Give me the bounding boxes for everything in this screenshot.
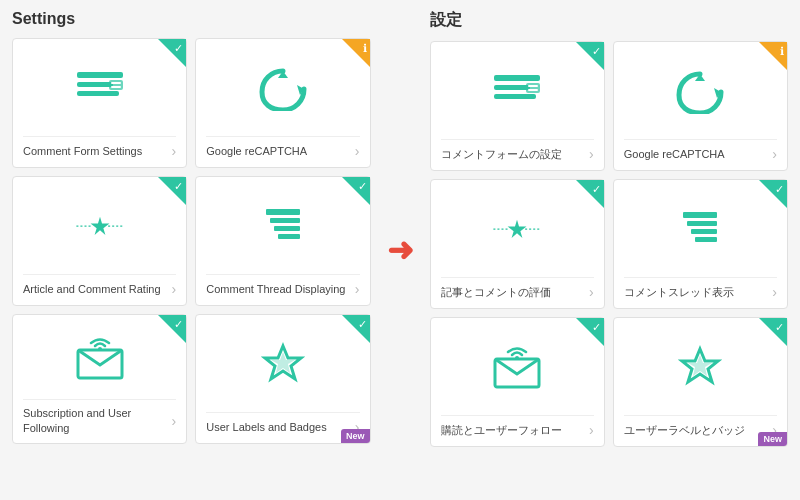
svg-rect-12 (278, 234, 300, 239)
arrow-icon-comment-thread-jp[interactable]: › (772, 284, 777, 300)
card-subscription-jp[interactable]: ✓ 購読とユーザーフォロー › (430, 317, 605, 447)
card-footer-comment-thread: Comment Thread Displaying › (206, 274, 359, 297)
user-labels-jp-icon (673, 345, 727, 390)
svg-rect-4 (111, 82, 121, 84)
arrow-icon-article-rating[interactable]: › (172, 281, 177, 297)
svg-rect-28 (691, 229, 717, 234)
right-panel-title: 設定 (430, 10, 789, 31)
right-arrow-icon: ➜ (387, 231, 414, 269)
card-article-rating[interactable]: ✓ Article and Comment Rating › (12, 176, 187, 306)
svg-rect-3 (109, 80, 123, 90)
svg-rect-17 (494, 75, 540, 81)
card-comment-form-jp[interactable]: ✓ コメントフォームの設定 › (430, 41, 605, 171)
card-subscription[interactable]: ✓ Subscription and User Following › (12, 314, 187, 444)
check-icon-labels: ✓ (358, 318, 367, 331)
card-footer-user-labels-jp: ユーザーラベルとバッジ › (624, 415, 777, 438)
subscription-label: Subscription and User Following (23, 406, 168, 435)
arrow-icon-subscription[interactable]: › (172, 413, 177, 429)
svg-rect-1 (77, 82, 113, 87)
user-labels-icon-area (256, 327, 310, 402)
comment-form-icon-area (73, 51, 127, 126)
svg-rect-20 (526, 83, 540, 93)
user-labels-label: User Labels and Badges (206, 420, 351, 434)
svg-marker-7 (90, 217, 109, 235)
card-footer-comment-form-jp: コメントフォームの設定 › (441, 139, 594, 162)
card-recaptcha-left[interactable]: ℹ Google reCAPTCHA › (195, 38, 370, 168)
comment-form-jp-icon (490, 69, 544, 114)
subscription-icon (73, 336, 127, 381)
check-icon-jp3: ✓ (592, 183, 601, 196)
subscription-jp-label: 購読とユーザーフォロー (441, 423, 586, 437)
check-icon-article: ✓ (174, 180, 183, 193)
comment-thread-jp-label: コメントスレッド表示 (624, 285, 769, 299)
article-rating-icon (73, 204, 127, 249)
svg-rect-27 (687, 221, 717, 226)
arrow-icon-comment-form[interactable]: › (172, 143, 177, 159)
left-panel-title: Settings (12, 10, 371, 28)
check-icon-thread: ✓ (358, 180, 367, 193)
comment-thread-label: Comment Thread Displaying (206, 282, 351, 296)
right-panel: 設定 ✓ コメントフォームの設定 (418, 0, 801, 500)
user-labels-icon (256, 342, 310, 387)
arrow-icon-article-rating-jp[interactable]: › (589, 284, 594, 300)
card-footer-recaptcha-jp: Google reCAPTCHA › (624, 139, 777, 162)
svg-rect-2 (77, 91, 119, 96)
card-footer-subscription-jp: 購読とユーザーフォロー › (441, 415, 594, 438)
recaptcha-jp-icon (673, 69, 727, 114)
comment-form-jp-label: コメントフォームの設定 (441, 147, 586, 161)
check-icon-subscription: ✓ (174, 318, 183, 331)
card-footer-article-rating-jp: 記事とコメントの評価 › (441, 277, 594, 300)
comment-thread-icon (256, 204, 310, 249)
card-article-rating-jp[interactable]: ✓ 記事とコメントの評価 › (430, 179, 605, 309)
comment-form-icon (73, 66, 127, 111)
svg-rect-29 (695, 237, 717, 242)
card-user-labels[interactable]: ✓ User Labels and Badges › New (195, 314, 370, 444)
check-icon-jp1: ✓ (592, 45, 601, 58)
svg-rect-9 (266, 209, 300, 215)
check-icon-jp5: ✓ (592, 321, 601, 334)
left-grid: ✓ Comment Form Settings › (12, 38, 371, 444)
card-footer-subscription: Subscription and User Following › (23, 399, 176, 435)
comment-form-jp-icon-area (490, 54, 544, 129)
check-icon-jp4: ✓ (775, 183, 784, 196)
card-footer-recaptcha-left: Google reCAPTCHA › (206, 136, 359, 159)
svg-rect-19 (494, 94, 536, 99)
article-rating-jp-label: 記事とコメントの評価 (441, 285, 586, 299)
comment-thread-icon-area (256, 189, 310, 264)
card-recaptcha-jp[interactable]: ℹ Google reCAPTCHA › (613, 41, 788, 171)
arrow-icon-comment-thread[interactable]: › (355, 281, 360, 297)
left-panel: Settings ✓ Comment Form Se (0, 0, 383, 500)
comment-form-label: Comment Form Settings (23, 144, 168, 158)
check-icon: ✓ (174, 42, 183, 55)
new-badge-labels-jp: New (758, 432, 787, 446)
card-user-labels-jp[interactable]: ✓ ユーザーラベルとバッジ › New (613, 317, 788, 447)
svg-rect-22 (528, 89, 538, 91)
check-icon-jp6: ✓ (775, 321, 784, 334)
svg-rect-10 (270, 218, 300, 223)
article-rating-icon-area (73, 189, 127, 264)
info-icon-left: ℹ (363, 42, 367, 55)
arrow-icon-recaptcha-left[interactable]: › (355, 143, 360, 159)
article-rating-jp-icon (490, 207, 544, 252)
recaptcha-left-icon-area (256, 51, 310, 126)
arrow-icon-comment-form-jp[interactable]: › (589, 146, 594, 162)
new-badge-labels: New (341, 429, 370, 443)
svg-rect-21 (528, 85, 538, 87)
svg-rect-26 (683, 212, 717, 218)
info-icon-jp: ℹ (780, 45, 784, 58)
user-labels-jp-icon-area (673, 330, 727, 405)
svg-rect-0 (77, 72, 123, 78)
arrow-icon-subscription-jp[interactable]: › (589, 422, 594, 438)
card-footer-user-labels: User Labels and Badges › (206, 412, 359, 435)
card-footer-comment-form: Comment Form Settings › (23, 136, 176, 159)
arrow-icon-recaptcha-jp[interactable]: › (772, 146, 777, 162)
card-comment-form[interactable]: ✓ Comment Form Settings › (12, 38, 187, 168)
subscription-icon-area (73, 327, 127, 389)
card-comment-thread[interactable]: ✓ Comment Thread Displaying › (195, 176, 370, 306)
comment-thread-jp-icon (673, 207, 727, 252)
user-labels-jp-label: ユーザーラベルとバッジ (624, 423, 769, 437)
recaptcha-jp-label: Google reCAPTCHA (624, 147, 769, 161)
subscription-jp-icon-area (490, 330, 544, 405)
card-comment-thread-jp[interactable]: ✓ コメントスレッド表示 › (613, 179, 788, 309)
svg-rect-11 (274, 226, 300, 231)
